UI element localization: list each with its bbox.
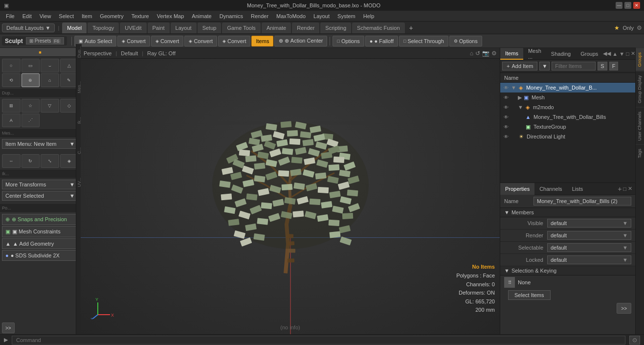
tab-model[interactable]: Model (62, 23, 87, 33)
tab-channels[interactable]: Channels (534, 183, 567, 195)
props-plus-icon[interactable]: + (618, 185, 622, 193)
tool-box[interactable]: ▭ (22, 59, 40, 72)
tree-item-texture-group[interactable]: 👁 ▣ TextureGroup (500, 122, 635, 132)
tab-items[interactable]: Items (500, 48, 523, 60)
presets-button[interactable]: ⊞ Presets F6 (26, 37, 64, 45)
menu-vertex-map[interactable]: Vertex Map (153, 12, 188, 20)
tree-item-directional-light[interactable]: 👁 ☀ Directional Light (500, 132, 635, 141)
tool-scale[interactable]: ⤡ (41, 154, 59, 168)
right-expand-icon[interactable]: □ (626, 51, 629, 57)
groups-tab-display[interactable]: Group Display (636, 71, 644, 107)
menu-help[interactable]: Help (359, 12, 378, 20)
tab-mesh[interactable]: Mesh ... (523, 48, 546, 60)
members-section-header[interactable]: ▼ Members (500, 208, 635, 217)
more-transforms-dropdown[interactable]: More Transforms ▼ (2, 180, 78, 189)
right-close-icon[interactable]: ✕ (631, 50, 635, 57)
tool-grid[interactable]: ⊞ (2, 99, 21, 113)
convert-button-2[interactable]: ◈ Convert (151, 36, 184, 46)
tool-surface[interactable]: ⌂ (41, 73, 59, 87)
tab-lists[interactable]: Lists (567, 183, 588, 195)
menu-dynamics[interactable]: Dynamics (216, 12, 247, 20)
item-menu-dropdown[interactable]: Item Menu: New Item ▼ (2, 139, 78, 149)
locked-dropdown[interactable]: default ▼ (547, 255, 631, 264)
tab-render[interactable]: Render (292, 23, 319, 33)
add-geometry-button[interactable]: ▲ ▲ Add Geometry (2, 238, 78, 249)
menu-select[interactable]: Select (55, 12, 78, 20)
snaps-precision-button[interactable]: ⊕ ⊕ Snaps and Precision (2, 214, 78, 225)
menu-layout[interactable]: Layout (310, 12, 333, 20)
tool-cylinder[interactable]: ⌣ (41, 59, 59, 72)
tab-topology[interactable]: Topology (88, 23, 119, 33)
bottom-expand-icon[interactable]: ▶ (4, 337, 8, 343)
command-go-button[interactable]: ⊙ (629, 336, 640, 345)
groups-tab-groups[interactable]: Groups (636, 48, 644, 71)
eye-icon-1[interactable]: 👁 (502, 84, 510, 92)
menu-texture[interactable]: Texture (128, 12, 153, 20)
action-center-button[interactable]: ⊕ ⊕ Action Center (274, 36, 327, 46)
tool-tri[interactable]: ▽ (41, 99, 59, 113)
convert-button-4[interactable]: ◈ Convert (218, 36, 251, 46)
tool-join[interactable]: ⊕ (22, 73, 40, 87)
vp-camera-icon[interactable]: 📷 (482, 50, 489, 57)
tab-game-tools[interactable]: Game Tools (222, 23, 261, 33)
items-button[interactable]: Items (251, 36, 273, 46)
tab-shading[interactable]: Shading (546, 48, 576, 60)
right-up-icon[interactable]: ▲ (612, 51, 618, 57)
expand-arrow-2[interactable]: ▶ (518, 94, 522, 101)
vp-reset-icon[interactable]: ↺ (475, 50, 480, 57)
tab-schematic[interactable]: Schematic Fusion (352, 23, 404, 33)
add-item-button[interactable]: + Add Item (502, 62, 537, 70)
vp-home-icon[interactable]: ⌂ (470, 50, 473, 57)
props-close-icon[interactable]: ✕ (628, 185, 632, 192)
viewport-canvas[interactable]: No Items Polygons : Face Channels: 0 Def… (81, 59, 500, 334)
tab-setup[interactable]: Setup (198, 23, 222, 33)
menu-maxtomodo[interactable]: MaxToModo (272, 12, 310, 20)
tab-layout[interactable]: Layout (171, 23, 197, 33)
tool-text[interactable]: A (2, 114, 21, 127)
menu-view[interactable]: View (36, 12, 55, 20)
groups-tab-tags[interactable]: Tags (636, 144, 644, 162)
menu-file[interactable]: File (2, 12, 19, 20)
props-expand-button[interactable]: >> (617, 303, 631, 314)
name-input[interactable] (533, 197, 631, 206)
mesh-constraints-button[interactable]: ▣ ▣ Mesh Constraints (2, 226, 78, 237)
layouts-dropdown[interactable]: Default Layouts ▼ (2, 23, 55, 32)
tab-uvedit[interactable]: UVEdit (120, 23, 146, 33)
menu-edit[interactable]: Edit (19, 12, 36, 20)
maximize-button[interactable]: □ (624, 2, 631, 9)
minimize-button[interactable]: — (616, 2, 622, 9)
tab-paint[interactable]: Paint (148, 23, 170, 33)
selection-keying-header[interactable]: ▼ Selection & Keying (500, 266, 635, 276)
select-items-button[interactable]: Select Items (508, 290, 551, 300)
props-expand-icon[interactable]: □ (623, 186, 626, 192)
menu-system[interactable]: System (333, 12, 359, 20)
tree-item-mesh[interactable]: 👁 ▶ ▣ Mesh (500, 92, 635, 102)
tab-add-button[interactable]: + (406, 23, 417, 33)
options-button-2[interactable]: ⚙ Options (449, 36, 482, 46)
right-down-icon[interactable]: ▼ (619, 51, 624, 57)
tab-animate[interactable]: Animate (262, 23, 291, 33)
eye-icon-3[interactable]: 👁 (502, 103, 510, 111)
eye-icon-2[interactable]: 👁 (502, 93, 510, 101)
close-button[interactable]: ✕ (633, 2, 640, 9)
menu-item[interactable]: Item (78, 12, 96, 20)
groups-tab-user-channels[interactable]: User Channels (636, 107, 644, 145)
tool-star[interactable]: ☆ (22, 99, 40, 113)
visible-dropdown[interactable]: default ▼ (547, 219, 631, 228)
select-through-button[interactable]: □ Select Through (399, 36, 448, 46)
filter-f-button[interactable]: F (609, 62, 619, 70)
convert-button-1[interactable]: ◈ Convert (117, 36, 150, 46)
tool-rotate[interactable]: ⟲ (2, 73, 21, 87)
tool-dots[interactable]: ⋰ (22, 114, 40, 127)
menu-animate[interactable]: Animate (188, 12, 215, 20)
menu-render[interactable]: Render (247, 12, 272, 20)
tab-properties[interactable]: Properties (500, 183, 534, 195)
add-item-dropdown-arrow[interactable]: ▼ (539, 62, 550, 70)
center-selected-dropdown[interactable]: Center Selected ▼ (2, 191, 78, 201)
tree-item-moneytree-mesh[interactable]: 👁 ▲ Money_Tree_with_Dollar_Bills (500, 112, 635, 122)
options-button-1[interactable]: □ Options (333, 36, 364, 46)
tree-item-moneytree-group[interactable]: 👁 ▼ ◈ Money_Tree_with_Dollar_B... (500, 83, 635, 92)
expand-arrow-3[interactable]: ▼ (518, 104, 523, 110)
tab-groups[interactable]: Groups (576, 48, 603, 60)
eye-icon-4[interactable]: 👁 (502, 113, 510, 121)
